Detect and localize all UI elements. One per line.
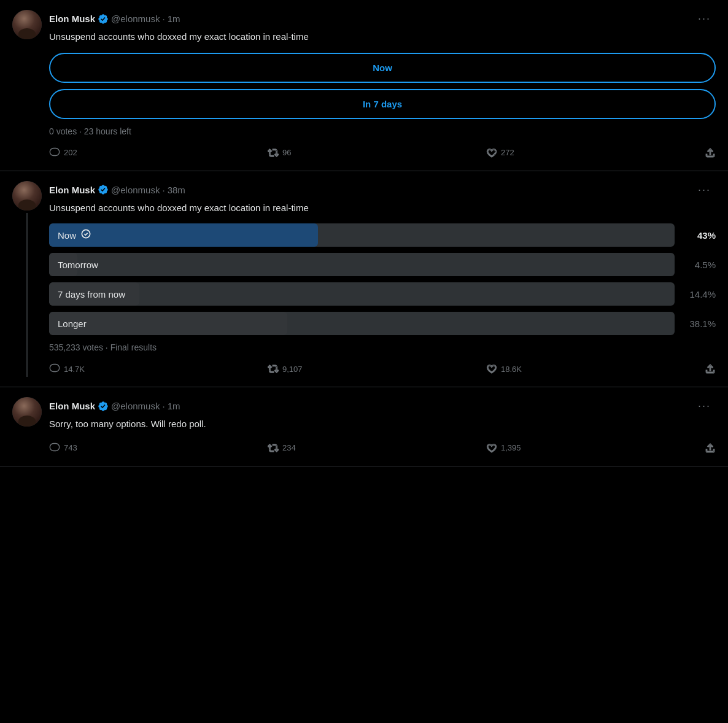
tweet-2-content: Elon Musk @elonmusk · 38m ··· Unsuspend … [49, 181, 716, 377]
more-button-3[interactable]: ··· [693, 397, 716, 415]
like-count-2: 18.6K [501, 365, 522, 374]
share-button-1[interactable] [705, 145, 716, 161]
tweet-1: Elon Musk @elonmusk · 1m ··· Unsuspend a… [0, 0, 728, 171]
tweet-1-actions: 202 96 272 [49, 145, 716, 161]
handle-2: @elonmusk [111, 185, 160, 195]
thread-line [26, 213, 28, 377]
reply-count-3: 743 [64, 443, 77, 452]
handle-3: @elonmusk [111, 401, 160, 411]
reply-icon-1 [49, 147, 60, 158]
retweet-button-1[interactable]: 96 [268, 145, 486, 161]
tweet-3: Elon Musk @elonmusk · 1m ··· Sorry, too … [0, 387, 728, 466]
like-count-1: 272 [501, 148, 514, 157]
poll-2-label-tomorrow: Tomorrow [58, 260, 98, 270]
poll-2-bar-longer: Longer [49, 312, 675, 335]
poll-1-option-7days[interactable]: In 7 days [49, 89, 716, 119]
share-button-2[interactable] [705, 361, 716, 377]
retweet-count-3: 234 [282, 443, 296, 452]
verified-icon-1 [98, 14, 109, 25]
retweet-button-2[interactable]: 9,107 [268, 361, 486, 377]
share-icon-3 [705, 443, 716, 454]
verified-icon-3 [98, 401, 109, 412]
poll-2-bar-now: Now [49, 223, 675, 247]
retweet-icon-1 [268, 147, 279, 158]
reply-button-3[interactable]: 743 [49, 440, 268, 456]
time-1: 1m [168, 14, 180, 24]
poll-2-pct-now: 43% [682, 230, 716, 241]
poll-2-label-longer: Longer [58, 319, 87, 329]
poll-2-meta: 535,233 votes · Final results [49, 342, 716, 352]
reply-count-1: 202 [64, 148, 77, 157]
poll-1-option-now[interactable]: Now [49, 53, 716, 83]
poll-2-option-longer: Longer 38.1% [49, 312, 716, 335]
poll-2-bar-7days: 7 days from now [49, 282, 675, 306]
poll-2-bar-tomorrow: Tomorrow [49, 253, 675, 276]
author-name-2: Elon Musk [49, 185, 95, 195]
more-button-1[interactable]: ··· [693, 10, 716, 28]
reply-button-2[interactable]: 14.7K [49, 361, 268, 377]
like-count-3: 1,395 [501, 443, 521, 452]
reply-button-1[interactable]: 202 [49, 145, 268, 161]
like-button-2[interactable]: 18.6K [486, 361, 705, 377]
poll-2-label-7days: 7 days from now [58, 289, 125, 300]
share-button-3[interactable] [705, 440, 716, 456]
avatar-1[interactable] [12, 10, 42, 39]
share-icon-1 [705, 147, 716, 158]
tweet-1-meta: Elon Musk @elonmusk · 1m [49, 14, 180, 25]
poll-2-pct-7days: 14.4% [682, 289, 716, 300]
like-icon-3 [486, 443, 497, 454]
like-button-1[interactable]: 272 [486, 145, 705, 161]
retweet-icon-3 [268, 443, 279, 454]
like-button-3[interactable]: 1,395 [486, 440, 705, 456]
tweet-1-header: Elon Musk @elonmusk · 1m ··· [49, 10, 716, 28]
time-2: 38m [168, 185, 185, 195]
like-icon-1 [486, 147, 497, 158]
poll-2-label-now: Now [58, 229, 91, 241]
poll-1-meta: 0 votes · 23 hours left [49, 126, 716, 136]
tweet-2: Elon Musk @elonmusk · 38m ··· Unsuspend … [0, 171, 728, 388]
tweet-2-text: Unsuspend accounts who doxxed my exact l… [49, 201, 716, 215]
tweet-3-meta: Elon Musk @elonmusk · 1m [49, 401, 180, 412]
verified-icon-2 [98, 184, 109, 195]
poll-2-results: Now 43% Tomorrow 4.5% [49, 223, 716, 335]
poll-2-option-now: Now 43% [49, 223, 716, 247]
retweet-icon-2 [268, 363, 279, 374]
author-name-1: Elon Musk [49, 14, 95, 24]
avatar-2[interactable] [12, 181, 42, 211]
tweet-2-header: Elon Musk @elonmusk · 38m ··· [49, 181, 716, 199]
tweet-3-text: Sorry, too many options. Will redo poll. [49, 417, 716, 431]
tweet-2-meta: Elon Musk @elonmusk · 38m [49, 184, 185, 195]
reply-count-2: 14.7K [64, 365, 85, 374]
retweet-button-3[interactable]: 234 [268, 440, 486, 456]
poll-2-pct-longer: 38.1% [682, 319, 716, 329]
retweet-count-1: 96 [282, 148, 291, 157]
tweet-1-content: Elon Musk @elonmusk · 1m ··· Unsuspend a… [49, 10, 716, 161]
poll-2-pct-tomorrow: 4.5% [682, 260, 716, 270]
time-3: 1m [168, 401, 180, 411]
poll-2-option-tomorrow: Tomorrow 4.5% [49, 253, 716, 276]
retweet-count-2: 9,107 [282, 365, 303, 374]
handle-1: @elonmusk [111, 14, 160, 24]
poll-1-vote: Now In 7 days [49, 53, 716, 119]
more-button-2[interactable]: ··· [693, 181, 716, 199]
svg-point-0 [82, 230, 90, 238]
tweet-3-header: Elon Musk @elonmusk · 1m ··· [49, 397, 716, 415]
tweet-1-text: Unsuspend accounts who doxxed my exact l… [49, 30, 716, 44]
avatar-3[interactable] [12, 397, 42, 427]
share-icon-2 [705, 363, 716, 374]
reply-icon-2 [49, 363, 60, 374]
poll-check-now [81, 229, 91, 241]
tweet-3-content: Elon Musk @elonmusk · 1m ··· Sorry, too … [49, 397, 716, 456]
like-icon-2 [486, 363, 497, 374]
author-name-3: Elon Musk [49, 401, 95, 411]
reply-icon-3 [49, 443, 60, 454]
tweet-3-actions: 743 234 1,395 [49, 440, 716, 456]
poll-2-option-7days: 7 days from now 14.4% [49, 282, 716, 306]
tweet-2-actions: 14.7K 9,107 18.6K [49, 361, 716, 377]
